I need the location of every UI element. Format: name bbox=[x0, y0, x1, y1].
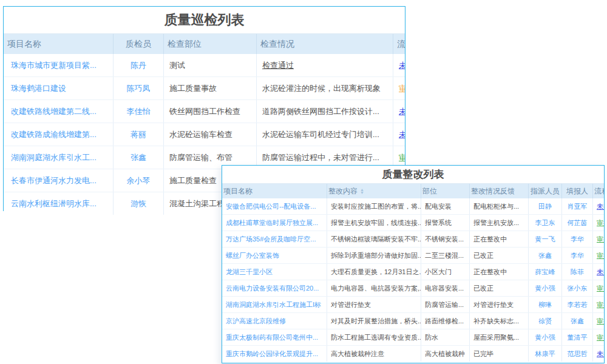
cell-text: 道路两侧铁丝网围挡工作按设计... bbox=[262, 107, 379, 116]
cell-assignee: 黄小强 bbox=[529, 329, 562, 346]
cell-feedback: 正在整改中 bbox=[470, 231, 529, 248]
project-link[interactable]: 改建铁路线增建第二线... bbox=[11, 107, 97, 116]
cell-project: 湖南洞庭湖水库引水工... bbox=[4, 146, 114, 169]
person-link[interactable]: 余小琴 bbox=[127, 176, 151, 185]
cell-part: 防水 bbox=[421, 329, 470, 346]
project-link[interactable]: 安徽合肥供电公司--配电设备... bbox=[226, 203, 316, 210]
cell-status: 未提交 bbox=[593, 264, 605, 280]
cell-text: 防腐管运输过程中，未对管进行... bbox=[262, 153, 379, 162]
project-link[interactable]: 珠海鹤港口建设 bbox=[11, 84, 66, 93]
cell-text: 小区大门 bbox=[425, 268, 452, 275]
person-link[interactable]: 黄小强 bbox=[535, 334, 555, 341]
project-link[interactable]: 螺丝厂办公室装饰 bbox=[226, 252, 279, 259]
person-link[interactable]: 张鑫 bbox=[538, 252, 552, 259]
person-link[interactable]: 蒋丽 bbox=[131, 130, 146, 139]
status-text[interactable]: 未提交 bbox=[399, 61, 405, 70]
person-link[interactable]: 陈巧凤 bbox=[127, 84, 151, 93]
person-link[interactable]: 张小东 bbox=[568, 285, 588, 292]
status-text[interactable]: 未提交 bbox=[597, 350, 604, 357]
project-link[interactable]: 湖南洞庭湖水库引水工... bbox=[11, 153, 97, 162]
status-text[interactable]: 审批通过 bbox=[597, 252, 604, 259]
person-link[interactable]: 柳琳 bbox=[538, 301, 552, 308]
cell-text: 水泥砼灌注的时候，出现离析现象 bbox=[262, 84, 381, 93]
cell-project: 成都杜甫草堂临时展厅独立展... bbox=[222, 215, 327, 231]
table-row: 重庆市鹅岭公园绿化景观提升...高大植被栽种注意高大植被栽种已完毕林康平范思哲未… bbox=[222, 346, 604, 362]
cell-text: 检查通过 bbox=[262, 61, 294, 70]
cell-project: 云南电力设备安装有限公司20... bbox=[222, 280, 327, 297]
person-link[interactable]: 田静 bbox=[538, 203, 552, 210]
column-label: 整改内容 bbox=[328, 187, 358, 195]
status-text[interactable]: 未提交 bbox=[597, 203, 604, 210]
cell-reporter: 肖亚军 bbox=[562, 198, 593, 215]
cell-text: 施工质量事故 bbox=[169, 84, 217, 93]
status-text[interactable]: 审批通过 bbox=[597, 219, 604, 226]
person-link[interactable]: 林康平 bbox=[535, 350, 555, 357]
cell-project: 重庆太极制药有限公司亳州中... bbox=[222, 329, 327, 346]
status-text[interactable]: 未提交 bbox=[597, 268, 604, 275]
project-link[interactable]: 万达广场35#会所及咖啡厅空... bbox=[226, 235, 316, 243]
column-header-part: 检查部位 bbox=[164, 34, 257, 54]
project-link[interactable]: 湖南洞庭湖水库引水工程施工I标 bbox=[226, 301, 321, 308]
cell-reporter: 李若若 bbox=[562, 297, 593, 313]
status-text[interactable]: 审批通过 bbox=[597, 301, 604, 308]
project-link[interactable]: 京沪高速北京段维修 bbox=[226, 317, 286, 325]
person-link[interactable]: 范思哲 bbox=[568, 350, 588, 357]
cell-text: 电容器安装... bbox=[425, 285, 464, 292]
person-link[interactable]: 游恢 bbox=[131, 199, 146, 208]
person-link[interactable]: 李佳怡 bbox=[127, 107, 151, 116]
project-link[interactable]: 云南电力设备安装有限公司20... bbox=[226, 285, 319, 292]
status-text[interactable]: 未提交 bbox=[399, 107, 405, 116]
project-link[interactable]: 成都杜甫草堂临时展厅独立展... bbox=[226, 219, 318, 226]
project-link[interactable]: 改建铁路成渝线增建第... bbox=[11, 130, 97, 139]
status-text[interactable]: 审批通过 bbox=[597, 285, 604, 292]
cell-reporter: 张鑫 bbox=[562, 313, 593, 329]
person-link[interactable]: 何芷茵 bbox=[568, 219, 588, 226]
status-text[interactable]: 审批通过 bbox=[597, 235, 604, 243]
status-text[interactable]: 审批通过 bbox=[399, 153, 405, 162]
sort-icon[interactable]: ▲▼ bbox=[360, 188, 364, 194]
column-label: 检查情况 bbox=[260, 39, 294, 49]
cell-feedback: 已改正 bbox=[470, 280, 529, 297]
cell-status: 未提交 bbox=[393, 54, 405, 77]
person-link[interactable]: 张鑫 bbox=[571, 317, 584, 325]
cell-situation: 水泥砼运输车司机经过专门培训... bbox=[257, 123, 393, 146]
person-link[interactable]: 陈丹 bbox=[131, 61, 146, 70]
cell-feedback: 配电柜柜体与... bbox=[470, 198, 529, 215]
project-link[interactable]: 珠海市城市更新项目紫... bbox=[11, 61, 97, 70]
cell-reporter: 李华 bbox=[562, 231, 593, 248]
cell-inspector: 陈丹 bbox=[114, 54, 164, 77]
person-link[interactable]: 徐贤 bbox=[538, 317, 552, 325]
person-link[interactable]: 李卫东 bbox=[535, 219, 555, 226]
rectification-list-card: 质量整改列表 项目名称整改内容▲▼部位整改情况反馈指派人员填报人流程状态 安徽合… bbox=[222, 165, 605, 363]
cell-text: 混凝土沟渠工程 bbox=[169, 199, 225, 208]
person-link[interactable]: 李若若 bbox=[568, 301, 588, 308]
person-link[interactable]: 黄小强 bbox=[535, 285, 555, 292]
column-header-content[interactable]: 整改内容▲▼ bbox=[327, 184, 421, 198]
project-link[interactable]: 云南水利枢纽潜明水库... bbox=[11, 199, 97, 208]
project-link[interactable]: 长春市伊通河水力发电... bbox=[11, 176, 97, 185]
cell-situation: 水泥砼灌注的时候，出现离析现象 bbox=[257, 77, 393, 100]
status-text[interactable]: 未提交 bbox=[399, 130, 405, 139]
column-label: 项目名称 bbox=[7, 39, 41, 49]
person-link[interactable]: 李华 bbox=[571, 235, 584, 243]
cell-part: 测试 bbox=[164, 54, 257, 77]
status-text[interactable]: 审批通过 bbox=[597, 334, 604, 341]
status-text[interactable]: 审批通过 bbox=[597, 317, 604, 325]
person-link[interactable]: 李华 bbox=[571, 252, 584, 259]
person-link[interactable]: 肖亚军 bbox=[568, 203, 588, 210]
person-link[interactable]: 张鑫 bbox=[131, 153, 146, 162]
cell-text: 路面维修检... bbox=[425, 317, 464, 325]
cell-project: 珠海市城市更新项目紫... bbox=[4, 54, 114, 77]
person-link[interactable]: 黄一飞 bbox=[535, 235, 555, 243]
cell-status: 审批通过 bbox=[593, 297, 605, 313]
person-link[interactable]: 薛宝峰 bbox=[535, 268, 555, 275]
cell-content: 大理石质量更换，12月31日之... bbox=[327, 264, 421, 280]
cell-text: 防腐管运输、布管 bbox=[169, 153, 232, 162]
project-link[interactable]: 重庆市鹅岭公园绿化景观提升... bbox=[226, 350, 318, 357]
person-link[interactable]: 董清平 bbox=[568, 334, 588, 341]
person-link[interactable]: 陈菲 bbox=[571, 268, 584, 275]
project-link[interactable]: 龙湖三千里小区 bbox=[226, 268, 273, 275]
project-link[interactable]: 重庆太极制药有限公司亳州中... bbox=[226, 334, 318, 341]
status-text[interactable]: 审批中 bbox=[399, 84, 405, 93]
cell-project: 龙湖三千里小区 bbox=[222, 264, 327, 280]
